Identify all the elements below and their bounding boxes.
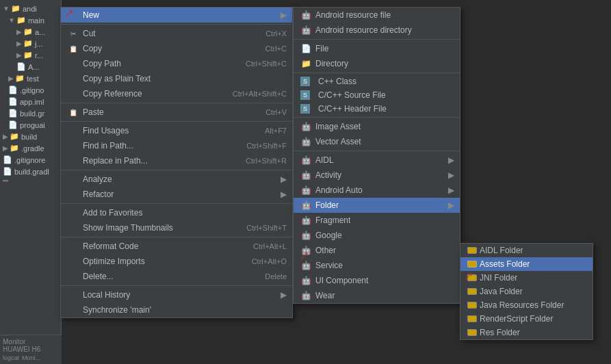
folder-icon-gradle: 📁 [10, 144, 19, 153]
local-history-icon [68, 289, 79, 300]
menu-item-optimize[interactable]: Optimize Imports Ctrl+Alt+O [61, 254, 292, 269]
sidebar-item-test[interactable]: ▶ 📁 test [0, 73, 61, 84]
separator-6 [61, 237, 292, 237]
submenu-new-item-wear[interactable]: 🤖 Wear [294, 288, 460, 303]
analyze-icon [68, 174, 79, 185]
submenu-folder-item-java-resources[interactable]: Java Resources Folder [460, 298, 593, 312]
sidebar-item-gradle[interactable]: ▶ 📁 .gradle [0, 142, 61, 154]
sidebar-item-andi[interactable]: ▼ 📁 andi [0, 3, 61, 14]
wear-icon: 🤖 [300, 290, 311, 301]
sidebar-item-appiml[interactable]: 📄 app.iml [0, 96, 61, 107]
android-auto-arrow: ▶ [448, 185, 454, 195]
submenu-new-item-cpp-class[interactable]: S C++ Class [294, 75, 460, 88]
submenu-folder-item-aidl[interactable]: AIDL Folder [460, 244, 593, 257]
paste-shortcut: Ctrl+V [265, 108, 287, 116]
sidebar-label-buildgradle: build.gradl [14, 168, 49, 176]
sidebar-item-root-gitignore[interactable]: 📄 .gitignore [0, 154, 61, 166]
moni-label[interactable]: Moni... [22, 354, 40, 361]
submenu-folder-item-java[interactable]: Java Folder [460, 285, 593, 298]
menu-label-find-usages: Find Usages [83, 126, 251, 135]
menu-item-show-thumbnails[interactable]: Show Image Thumbnails Ctrl+Shift+T [61, 220, 292, 235]
menu-item-reformat[interactable]: Reformat Code Ctrl+Alt+L [61, 239, 292, 254]
java-resources-folder-icon [467, 302, 477, 309]
sidebar-item-gitignore[interactable]: 📄 .gitigno [0, 84, 61, 96]
sidebar-item-buildgr[interactable]: 📄 build.gr [0, 107, 61, 119]
submenu-new-item-aidl[interactable]: 🤖 AIDL ▶ [294, 153, 460, 168]
show-thumbnails-shortcut: Ctrl+Shift+T [246, 224, 287, 232]
submenu-new-item-activity[interactable]: 🤖 Activity ▶ [294, 168, 460, 183]
copy-shortcut: Ctrl+C [265, 44, 287, 53]
sidebar-item-main[interactable]: ▼ 📁 main [0, 14, 61, 26]
folder-icon-test: 📁 [15, 74, 25, 83]
submenu-new-item-android-res-dir[interactable]: 🤖 Android resource directory [294, 23, 460, 38]
separator-1 [61, 24, 292, 25]
separator-3 [61, 121, 292, 122]
submenu-new-item-android-auto[interactable]: 🤖 Android Auto ▶ [294, 183, 460, 198]
sidebar-item-quotes[interactable]: "" [0, 177, 61, 188]
add-favorites-icon [68, 207, 79, 218]
submenu-new-item-other[interactable]: 🤖 Other [294, 243, 460, 258]
sidebar-item-proguard[interactable]: 📄 proguai [0, 119, 61, 131]
menu-item-copy[interactable]: 📋 Copy Ctrl+C [61, 41, 292, 56]
cut-shortcut: Ctrl+X [265, 29, 287, 38]
menu-item-copy-plain[interactable]: Copy as Plain Text [61, 71, 292, 86]
menu-item-refactor[interactable]: Refactor ▶ [61, 187, 292, 202]
menu-item-find-path[interactable]: Find in Path... Ctrl+Shift+F [61, 138, 292, 153]
submenu-new-item-file[interactable]: 📄 File [294, 41, 460, 56]
cpp-class-icon: S [300, 77, 310, 86]
sidebar-item-build[interactable]: ▶ 📁 build [0, 131, 61, 142]
submenu-new-item-fragment[interactable]: 🤖 Fragment [294, 213, 460, 228]
menu-item-analyze[interactable]: Analyze ▶ [61, 172, 292, 187]
submenu-new-item-android-res-file[interactable]: 🤖 Android resource file [294, 8, 460, 23]
menu-label-copy: Copy [83, 44, 252, 53]
directory-icon: 📁 [300, 58, 311, 69]
separator-7 [61, 285, 292, 286]
menu-item-paste[interactable]: 📋 Paste Ctrl+V [61, 105, 292, 120]
file-icon-buildgradle: 📄 [3, 167, 12, 176]
aidl-icon: 🤖 [300, 155, 311, 166]
menu-item-synchronize[interactable]: Synchronize 'main' [61, 302, 292, 317]
sidebar-item-j[interactable]: ▶ 📁 j... [0, 38, 61, 49]
submenu-label-activity: Activity [315, 170, 443, 180]
menu-label-find-path: Find in Path... [83, 141, 233, 151]
sidebar-label-root-gitignore: .gitignore [14, 156, 45, 164]
optimize-icon [68, 256, 79, 267]
sidebar-item-r[interactable]: ▶ 📁 r... [0, 49, 61, 61]
menu-item-add-favorites[interactable]: Add to Favorites [61, 205, 292, 220]
submenu-folder-item-res[interactable]: Res Folder [460, 326, 593, 339]
aidl-folder-icon [467, 247, 477, 254]
menu-item-find-usages[interactable]: Find Usages Alt+F7 [61, 123, 292, 138]
menu-item-delete[interactable]: Delete... Delete [61, 269, 292, 284]
menu-item-replace-path[interactable]: Replace in Path... Ctrl+Shift+R [61, 153, 292, 168]
menu-item-cut[interactable]: ✂ Cut Ctrl+X [61, 26, 292, 41]
aidl-arrow: ▶ [448, 155, 454, 165]
logcat-label[interactable]: logcat [3, 354, 19, 361]
paste-icon: 📋 [68, 107, 79, 118]
submenu-label-vector-asset: Vector Asset [315, 137, 454, 146]
sidebar-item-a[interactable]: ▶ 📁 a... [0, 26, 61, 38]
submenu-new-item-service[interactable]: 🤖 Service [294, 258, 460, 273]
menu-item-local-history[interactable]: Local History ▶ [61, 287, 292, 302]
cpp-header-icon: S [300, 104, 310, 114]
submenu-new-item-directory[interactable]: 📁 Directory [294, 56, 460, 71]
submenu-folder-item-jni[interactable]: JNI Folder [460, 271, 593, 285]
show-thumbnails-icon [68, 222, 79, 233]
menu-item-copy-path[interactable]: Copy Path Ctrl+Shift+C [61, 56, 292, 71]
submenu-new-item-image-asset[interactable]: 🤖 Image Asset [294, 119, 460, 134]
sidebar-item-buildgradle[interactable]: 📄 build.gradl [0, 166, 61, 177]
submenu-folder-label-java-resources: Java Resources Folder [480, 300, 587, 310]
sidebar-item-A[interactable]: 📄 A... [0, 61, 61, 73]
menu-item-copy-ref[interactable]: Copy Reference Ctrl+Alt+Shift+C [61, 86, 292, 101]
submenu-folder-item-assets[interactable]: Assets Folder [460, 257, 593, 271]
submenu-new-item-ui[interactable]: 🤖 UI Component [294, 273, 460, 288]
submenu-new-item-cpp-source[interactable]: S C/C++ Source File [294, 88, 460, 102]
menu-label-paste: Paste [83, 107, 252, 117]
submenu-new-item-cpp-header[interactable]: S C/C++ Header File [294, 102, 460, 116]
submenu-folder-item-renderscript[interactable]: RenderScript Folder [460, 312, 593, 326]
menu-item-new[interactable]: New ▶ [61, 8, 292, 23]
find-usages-icon [68, 125, 79, 136]
submenu-new-item-google[interactable]: 🤖 Google [294, 228, 460, 243]
submenu-new-item-folder[interactable]: 🤖 Folder ▶ [294, 198, 460, 213]
submenu-new-item-vector-asset[interactable]: 🤖 Vector Asset [294, 134, 460, 149]
new-arrow: ▶ [281, 10, 287, 20]
